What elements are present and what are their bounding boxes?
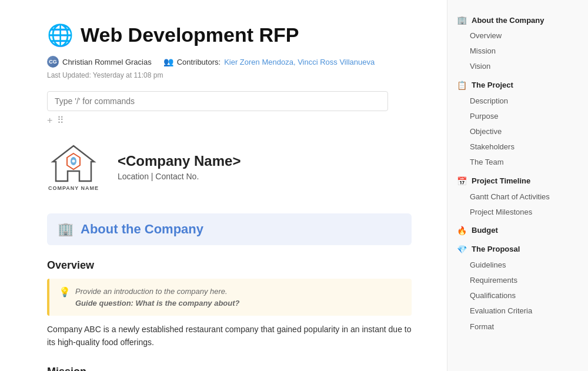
mission-title: Mission [47,366,412,371]
contributors-names: Kier Zoren Mendoza, Vincci Ross Villanue… [224,58,375,66]
sidebar-header-the-project[interactable]: 📋The Project [447,77,588,93]
company-tagline: Location | Contact No. [118,172,240,181]
sidebar-item-overview[interactable]: Overview [447,28,588,44]
company-logo-text: COMPANY NAME [48,185,99,191]
sidebar-label-the-project: The Project [472,81,513,89]
last-updated: Last Updated: Yesterday at 11:08 pm [47,71,412,79]
sidebar-item-vision[interactable]: Vision [447,59,588,74]
callout-line2: Guide question: What is the company abou… [75,298,240,309]
callout-icon: 💡 [59,286,71,298]
callout-content: Provide an introduction to the company h… [75,286,240,309]
contributors-row: 👥 Contributors: Kier Zoren Mendoza, Vinc… [163,57,375,66]
sidebar-icon-budget: 🔥 [457,226,467,235]
about-heading-text: About the Company [81,222,203,237]
sidebar-header-the-proposal[interactable]: 💎The Proposal [447,241,588,258]
company-info: <Company Name> Location | Contact No. [118,153,240,181]
company-logo-svg [47,143,100,184]
page-title-row: 🌐 Web Development RFP [47,24,412,46]
sidebar-icon-the-proposal: 💎 [457,245,467,254]
sidebar-item-qualifications[interactable]: Qualifications [447,288,588,303]
contributors-label: Contributors: [177,58,220,66]
sidebar-label-project-timeline: Project Timeline [472,176,530,185]
about-section-heading: 🏢 About the Company [47,213,412,245]
company-name: <Company Name> [118,153,240,169]
sidebar-item-guidelines[interactable]: Guidelines [447,258,588,273]
sidebar-section-the-project: 📋The ProjectDescriptionPurposeObjectiveS… [447,77,588,171]
sidebar-header-about-company[interactable]: 🏢About the Company [447,12,588,28]
sidebar-label-budget: Budget [472,226,498,235]
sidebar-item-description[interactable]: Description [447,93,588,109]
overview-title: Overview [47,259,412,272]
page-title: Web Development RFP [81,24,299,46]
toolbar-row: + ⠿ [47,116,412,125]
overview-body: Company ABC is a newly established resta… [47,323,412,349]
sidebar-label-the-proposal: The Proposal [472,245,520,253]
sidebar-header-project-timeline[interactable]: 📅Project Timeline [447,173,588,189]
avatar: CG [47,56,59,68]
author-row: CG Christian Rommel Gracias [47,56,152,68]
about-heading-icon: 🏢 [58,222,74,237]
main-content: 🌐 Web Development RFP CG Christian Romme… [0,0,447,371]
mission-section: Mission [47,366,412,371]
sidebar-item-project-milestones[interactable]: Project Milestones [447,205,588,220]
sidebar-label-about-company: About the Company [472,16,544,25]
sidebar-item-stakeholders[interactable]: Stakeholders [447,139,588,155]
company-logo-box: COMPANY NAME [47,143,100,191]
sidebar-item-the-team[interactable]: The Team [447,155,588,170]
contributors-icon: 👥 [163,57,173,66]
sidebar-item-mission[interactable]: Mission [447,44,588,59]
sidebar-section-budget: 🔥Budget [447,222,588,239]
sidebar-icon-about-company: 🏢 [457,15,467,25]
company-header: COMPANY NAME <Company Name> Location | C… [47,137,412,197]
sidebar-item-format[interactable]: Format [447,319,588,335]
sidebar-item-gantt-chart-of-activities[interactable]: Gantt Chart of Activities [447,189,588,205]
callout-row: 💡 Provide an introduction to the company… [59,286,402,309]
overview-section: Overview 💡 Provide an introduction to th… [47,259,412,349]
sidebar-item-objective[interactable]: Objective [447,124,588,139]
meta-row: CG Christian Rommel Gracias 👥 Contributo… [47,56,412,68]
sidebar-header-budget[interactable]: 🔥Budget [447,222,588,239]
add-block-button[interactable]: + [47,116,52,125]
sidebar-section-project-timeline: 📅Project TimelineGantt Chart of Activiti… [447,173,588,220]
author-name: Christian Rommel Gracias [62,58,152,66]
svg-point-3 [72,160,75,163]
sidebar-item-evaluation-criteria[interactable]: Evaluation Criteria [447,303,588,319]
sidebar: 🏢About the CompanyOverviewMissionVision📋… [447,0,588,371]
sidebar-item-requirements[interactable]: Requirements [447,273,588,288]
page-icon: 🌐 [47,25,74,46]
sidebar-section-about-company: 🏢About the CompanyOverviewMissionVision [447,12,588,75]
sidebar-icon-the-project: 📋 [457,81,467,90]
sidebar-icon-project-timeline: 📅 [457,176,467,186]
callout-box: 💡 Provide an introduction to the company… [47,279,412,316]
callout-line1: Provide an introduction to the company h… [75,286,240,298]
drag-handle[interactable]: ⠿ [57,116,64,125]
command-input[interactable] [47,91,388,111]
sidebar-item-purpose[interactable]: Purpose [447,109,588,124]
sidebar-section-the-proposal: 💎The ProposalGuidelinesRequirementsQuali… [447,241,588,335]
